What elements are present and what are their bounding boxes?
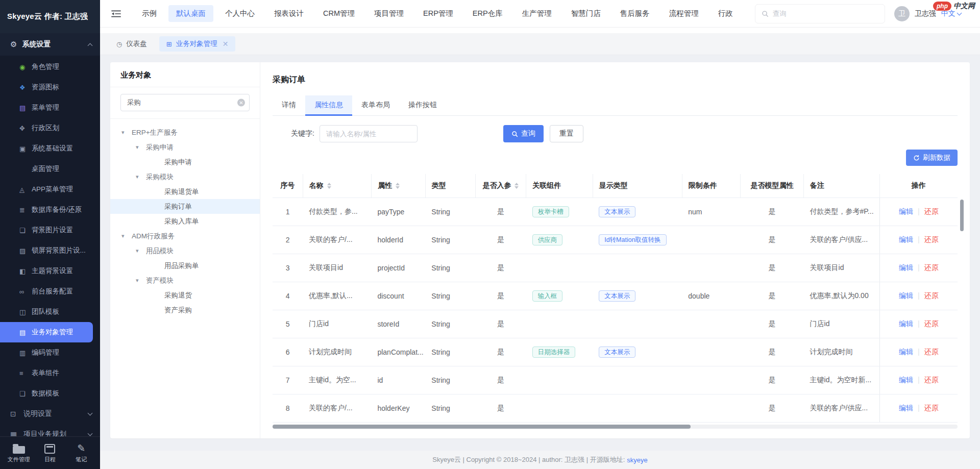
- sidebar-item[interactable]: ≡表单组件: [0, 363, 100, 383]
- workspace-tab[interactable]: ◷仪表盘: [109, 36, 154, 52]
- restore-link[interactable]: 还原: [924, 207, 939, 215]
- topnav-item[interactable]: 售后服务: [612, 5, 657, 22]
- refresh-data-button[interactable]: 刷新数据: [906, 150, 958, 166]
- topnav-item[interactable]: ERP仓库: [465, 5, 510, 22]
- sidebar-item[interactable]: ◧主题背景设置: [0, 261, 100, 281]
- sort-icon[interactable]: [396, 183, 400, 189]
- restore-link[interactable]: 还原: [924, 319, 939, 328]
- tree-node[interactable]: 采购订单: [110, 199, 260, 214]
- sidebar-item[interactable]: 桌面管理: [0, 159, 100, 179]
- sidebar-item[interactable]: ❖资源图标: [0, 77, 100, 97]
- column-header-attr[interactable]: 属性: [371, 174, 425, 198]
- edit-link[interactable]: 编辑: [899, 207, 913, 215]
- tree-node[interactable]: 用品采购单: [110, 258, 260, 273]
- edit-link[interactable]: 编辑: [899, 319, 913, 328]
- edit-link[interactable]: 编辑: [899, 263, 913, 271]
- detail-tab[interactable]: 详情: [273, 95, 305, 115]
- sidebar-section-system-settings[interactable]: ⚙ 系统设置: [0, 33, 100, 56]
- sort-asc-icon[interactable]: [327, 183, 331, 185]
- sidebar-item[interactable]: ✥行政区划: [0, 118, 100, 138]
- edit-link[interactable]: 编辑: [899, 291, 913, 300]
- topnav-item[interactable]: 报表设计: [266, 5, 311, 22]
- sort-icon[interactable]: [514, 183, 519, 189]
- tree-node[interactable]: ▾采购申请: [110, 140, 260, 155]
- sidebar-item[interactable]: ∞前台服务配置: [0, 281, 100, 302]
- sidebar-item[interactable]: ▥编码管理: [0, 342, 100, 363]
- detail-tab[interactable]: 操作按钮: [399, 95, 446, 115]
- column-header-name[interactable]: 名称: [303, 174, 371, 198]
- tree-expand-caret[interactable]: ▾: [121, 129, 132, 136]
- horizontal-scrollbar-thumb[interactable]: [273, 425, 691, 429]
- restore-link[interactable]: 还原: [924, 291, 939, 300]
- edit-link[interactable]: 编辑: [899, 376, 913, 384]
- tree-node[interactable]: 资产采购: [110, 303, 260, 317]
- sort-icon[interactable]: [327, 183, 331, 189]
- column-header-inParam[interactable]: 是否入参: [475, 174, 526, 198]
- tree-expand-caret[interactable]: ▾: [136, 144, 146, 151]
- close-icon[interactable]: ✕: [223, 40, 229, 48]
- reset-button[interactable]: 重置: [550, 125, 583, 142]
- tree-node[interactable]: ▾ERP+生产服务: [110, 125, 260, 140]
- restore-link[interactable]: 还原: [924, 348, 939, 356]
- dock-item[interactable]: ✎笔记: [67, 443, 95, 463]
- tree-expand-caret[interactable]: ▾: [136, 248, 146, 254]
- sidebar-group[interactable]: ▦项目业务规划: [0, 424, 100, 436]
- sidebar-item[interactable]: ◬APP菜单管理: [0, 179, 100, 200]
- global-search-input[interactable]: 查询: [755, 4, 885, 23]
- sort-desc-icon[interactable]: [396, 186, 400, 189]
- sort-asc-icon[interactable]: [514, 183, 519, 185]
- edit-link[interactable]: 编辑: [899, 404, 913, 412]
- detail-tab[interactable]: 表单布局: [352, 95, 399, 115]
- restore-link[interactable]: 还原: [924, 404, 939, 412]
- tree-expand-caret[interactable]: ▾: [136, 174, 146, 180]
- tree-expand-caret[interactable]: ▾: [136, 277, 146, 284]
- tree-node[interactable]: 采购退货单: [110, 184, 260, 199]
- sort-desc-icon[interactable]: [514, 186, 519, 189]
- tree-expand-caret[interactable]: ▾: [121, 233, 132, 239]
- sort-desc-icon[interactable]: [327, 186, 331, 189]
- topnav-item[interactable]: 默认桌面: [168, 5, 213, 22]
- sidebar-item[interactable]: ◉角色管理: [0, 57, 100, 77]
- restore-link[interactable]: 还原: [924, 376, 939, 384]
- edit-link[interactable]: 编辑: [899, 235, 913, 243]
- sidebar-item[interactable]: ▤业务对象管理: [0, 322, 93, 342]
- tree-node[interactable]: 采购申请: [110, 155, 260, 169]
- sidebar-item[interactable]: ◫团队模板: [0, 302, 100, 322]
- sidebar-item[interactable]: ▣系统基础设置: [0, 138, 100, 159]
- topnav-item[interactable]: 智慧门店: [564, 5, 608, 22]
- sidebar-item[interactable]: ▤菜单管理: [0, 97, 100, 118]
- query-button[interactable]: 查询: [503, 125, 544, 142]
- topnav-item[interactable]: CRM管理: [315, 5, 362, 22]
- clear-icon[interactable]: ✕: [237, 99, 245, 107]
- vertical-scrollbar-thumb[interactable]: [960, 200, 964, 231]
- sidebar-item[interactable]: ❏背景图片设置: [0, 220, 100, 240]
- topnav-item[interactable]: 示例: [134, 5, 164, 22]
- sidebar-item[interactable]: ▨锁屏背景图片设...: [0, 240, 100, 261]
- restore-link[interactable]: 还原: [924, 235, 939, 243]
- tree-node[interactable]: ▾资产模块: [110, 273, 260, 288]
- topnav-item[interactable]: 个人中心: [217, 5, 262, 22]
- dock-item[interactable]: 文件管理: [5, 443, 33, 463]
- tree-node[interactable]: ▾ADM行政服务: [110, 229, 260, 243]
- menu-collapse-icon[interactable]: [111, 10, 121, 18]
- topnav-item[interactable]: 行政: [710, 5, 741, 22]
- sidebar-item[interactable]: ≣数据库备份/还原: [0, 200, 100, 220]
- tree-node[interactable]: 采购入库单: [110, 214, 260, 229]
- tree-node[interactable]: ▾采购模块: [110, 169, 260, 184]
- topnav-item[interactable]: 生产管理: [514, 5, 559, 22]
- detail-tab[interactable]: 属性信息: [305, 95, 352, 115]
- topnav-item[interactable]: ERP管理: [415, 5, 461, 22]
- tree-search-input[interactable]: [120, 94, 250, 111]
- keyword-input[interactable]: [320, 125, 418, 142]
- sidebar-group[interactable]: ⊡说明设置: [0, 404, 100, 424]
- topnav-item[interactable]: 项目管理: [366, 5, 411, 22]
- tree-node[interactable]: ▾用品模块: [110, 243, 260, 258]
- edit-link[interactable]: 编辑: [899, 348, 913, 356]
- sidebar-item[interactable]: ❑数据模板: [0, 383, 100, 404]
- sort-asc-icon[interactable]: [396, 183, 400, 185]
- footer-link[interactable]: skyeye: [627, 456, 647, 464]
- topnav-item[interactable]: 流程管理: [662, 5, 706, 22]
- workspace-tab[interactable]: ⊞业务对象管理✕: [159, 36, 236, 52]
- dock-item[interactable]: 日程: [36, 443, 64, 463]
- avatar[interactable]: 卫: [894, 6, 910, 21]
